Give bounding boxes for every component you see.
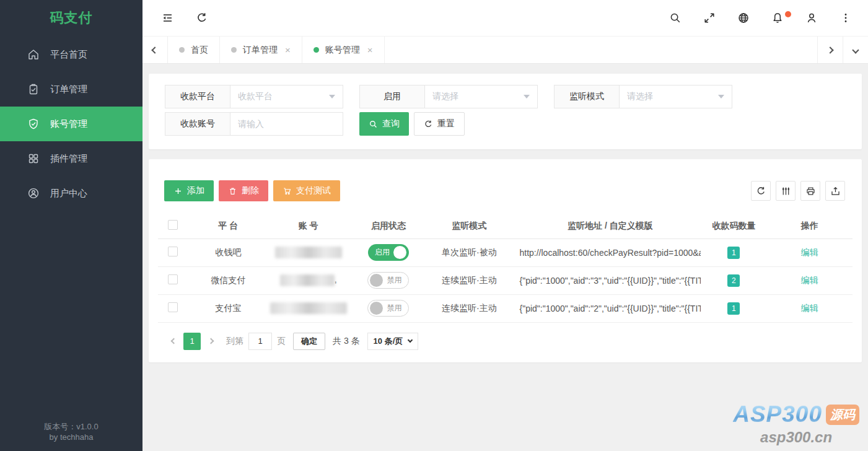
add-button[interactable]: 添加 xyxy=(164,180,214,201)
tabs-scroll-left-button[interactable] xyxy=(142,37,168,63)
cell-account: , xyxy=(268,266,348,294)
table-toolbar: 添加 删除 支付测试 xyxy=(164,180,853,201)
chevron-down-icon xyxy=(852,46,859,53)
filter-listen-mode: 监听模式 请选择 xyxy=(554,85,732,108)
enabled-select[interactable]: 请选择 xyxy=(424,85,538,108)
col-actions: 操作 xyxy=(767,214,853,239)
sidebar-item-accounts[interactable]: 账号管理 xyxy=(0,107,142,141)
enable-toggle[interactable]: 禁用 xyxy=(367,300,409,317)
main-area: 首页 订单管理 × 账号管理 × 收款平台 xyxy=(142,0,868,451)
col-account: 账 号 xyxy=(268,214,348,239)
filter-panel: 收款平台 收款平台 启用 请选择 监听模式 xyxy=(149,74,862,149)
chevron-right-icon xyxy=(826,46,833,53)
table-print-button[interactable] xyxy=(800,181,820,201)
qr-count-badge: 1 xyxy=(727,247,740,259)
chevron-down-icon xyxy=(408,338,413,343)
search-button[interactable]: 查询 xyxy=(359,112,409,136)
user-profile-icon[interactable] xyxy=(805,12,818,24)
cell-listen-mode: 单次监听·被动 xyxy=(429,239,509,266)
delete-button-label: 删除 xyxy=(242,185,259,196)
chevron-left-icon xyxy=(151,46,158,53)
accounts-table: 平 台 账 号 启用状态 监听模式 监听地址 / 自定义模版 收款码数量 操作 xyxy=(158,214,853,323)
current-page-button[interactable]: 1 xyxy=(183,333,201,350)
platform-select[interactable]: 收款平台 xyxy=(230,85,343,108)
sidebar-item-orders[interactable]: 订单管理 xyxy=(0,72,142,107)
col-platform: 平 台 xyxy=(188,214,268,239)
page-unit-label: 页 xyxy=(277,336,286,347)
table-export-button[interactable] xyxy=(825,181,845,201)
table-columns-button[interactable] xyxy=(776,181,796,201)
tab-home[interactable]: 首页 xyxy=(168,37,220,63)
qr-count-badge: 1 xyxy=(727,302,740,315)
select-all-checkbox[interactable] xyxy=(168,220,178,230)
refresh-icon[interactable] xyxy=(196,12,208,24)
table-panel: 添加 删除 支付测试 xyxy=(149,159,862,362)
delete-button[interactable]: 删除 xyxy=(219,180,268,201)
printer-icon xyxy=(805,186,816,196)
row-checkbox[interactable] xyxy=(168,247,178,256)
tab-label: 账号管理 xyxy=(325,45,360,56)
notifications-bell-icon[interactable] xyxy=(771,12,784,24)
tab-close-icon[interactable]: × xyxy=(367,45,373,55)
pay-test-button[interactable]: 支付测试 xyxy=(273,180,340,201)
edit-link[interactable]: 编辑 xyxy=(801,247,818,257)
goto-confirm-button[interactable]: 确定 xyxy=(293,333,325,350)
cell-address: {"pid":"1000","aid":"3","uid":"{{UID}}",… xyxy=(509,266,701,294)
tab-label: 首页 xyxy=(191,45,208,56)
account-suffix: , xyxy=(335,274,337,284)
table-refresh-button[interactable] xyxy=(751,181,771,201)
listen-mode-filter-label: 监听模式 xyxy=(554,85,619,108)
collapse-menu-icon[interactable] xyxy=(161,12,173,24)
next-page-button[interactable] xyxy=(203,333,219,350)
author-text: by techhaha xyxy=(0,432,142,442)
language-globe-icon[interactable] xyxy=(737,12,750,24)
sidebar-item-home[interactable]: 平台首页 xyxy=(0,37,142,72)
platform-select-placeholder: 收款平台 xyxy=(238,91,273,102)
order-icon xyxy=(27,83,40,95)
sidebar: 码支付 平台首页 订单管理 账号管理 xyxy=(0,0,142,451)
enabled-select-placeholder: 请选择 xyxy=(432,91,458,102)
enable-toggle[interactable]: 禁用 xyxy=(367,272,409,289)
table-row: 微信支付 , 禁用 连续监听·主动 {"pid":"1000","aid":"3… xyxy=(158,266,853,294)
page-size-select[interactable]: 10 条/页 xyxy=(367,333,419,350)
listen-mode-select[interactable]: 请选择 xyxy=(619,85,732,108)
tab-orders[interactable]: 订单管理 × xyxy=(220,37,302,63)
account-input[interactable] xyxy=(230,112,343,136)
chevron-right-icon xyxy=(208,338,214,344)
row-checkbox[interactable] xyxy=(168,274,178,284)
fullscreen-icon[interactable] xyxy=(703,12,716,24)
tabs-menu-button[interactable] xyxy=(843,37,868,63)
goto-page-input[interactable] xyxy=(248,333,272,350)
col-listen-mode: 监听模式 xyxy=(429,214,509,239)
prev-page-button[interactable] xyxy=(165,333,182,350)
table-header-row: 平 台 账 号 启用状态 监听模式 监听地址 / 自定义模版 收款码数量 操作 xyxy=(158,214,853,239)
edit-link[interactable]: 编辑 xyxy=(801,275,818,285)
table-row: 支付宝 禁用 连续监听·主动 {"pid":"1000","aid":"2","… xyxy=(158,294,853,322)
search-icon[interactable] xyxy=(669,12,682,24)
qr-count-badge: 2 xyxy=(727,274,740,287)
reset-button[interactable]: 重置 xyxy=(414,112,465,136)
tabbar-spacer xyxy=(385,37,817,63)
sidebar-item-plugins[interactable]: 插件管理 xyxy=(0,141,142,176)
tabs-scroll-right-button[interactable] xyxy=(817,37,843,63)
search-button-label: 查询 xyxy=(382,118,400,129)
tab-close-icon[interactable]: × xyxy=(285,45,291,55)
cell-account xyxy=(268,239,348,266)
tabbar: 首页 订单管理 × 账号管理 × xyxy=(142,36,868,64)
enable-toggle[interactable]: 启用 xyxy=(368,244,409,261)
row-checkbox[interactable] xyxy=(168,302,178,312)
select-caret-icon xyxy=(718,95,724,99)
toggle-label: 启用 xyxy=(375,247,390,258)
sidebar-item-user-center[interactable]: 用户中心 xyxy=(0,176,142,211)
goto-label: 到第 xyxy=(226,336,243,347)
columns-filter-icon xyxy=(781,186,791,196)
col-enabled: 启用状态 xyxy=(348,214,429,239)
edit-link[interactable]: 编辑 xyxy=(801,303,818,313)
tab-accounts[interactable]: 账号管理 × xyxy=(302,37,385,63)
cell-listen-mode: 连续监听·主动 xyxy=(429,266,509,294)
sidebar-item-label: 用户中心 xyxy=(50,188,87,199)
select-caret-icon xyxy=(329,95,335,99)
sidebar-version: 版本号：v1.0.0 by techhaha xyxy=(0,421,142,442)
export-icon xyxy=(830,186,841,196)
more-menu-icon[interactable] xyxy=(840,12,852,24)
